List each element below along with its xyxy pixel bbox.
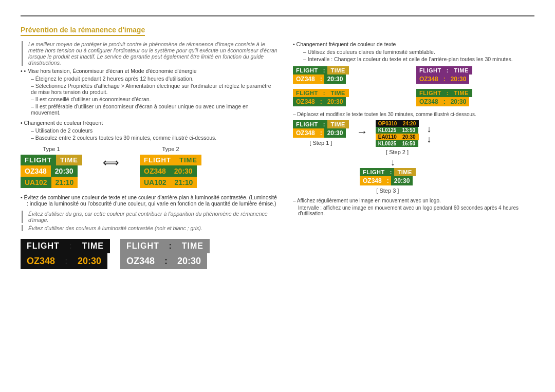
- type2-r1c2: 20:30: [170, 165, 197, 177]
- type2-block: Type 2 FLIGHT TIME OZ348 20:30 UA102 21:: [140, 146, 201, 188]
- sb2-h1: FLIGHT: [416, 66, 445, 74]
- bullet-section-3: • Évitez de combiner une couleur de text…: [21, 194, 278, 207]
- gb-r1c2: 20:30: [171, 253, 207, 269]
- type1-h2: TIME: [56, 155, 82, 165]
- sb3-row1: OZ348 : 20:30: [293, 97, 411, 106]
- step2-r3c2: 20:30: [399, 134, 419, 140]
- sb3-h2: TIME: [327, 89, 349, 97]
- bullet-title-2: • Changement de couleur fréquent: [21, 120, 278, 126]
- arrow-bidirectional: ⟺: [103, 146, 119, 170]
- sb3-r1: OZ348: [293, 97, 318, 106]
- right-bullet-title: • Changement fréquent de couleur de text…: [293, 41, 534, 47]
- type2-h1: FLIGHT: [140, 155, 175, 165]
- step3-r2: 20:30: [391, 176, 413, 185]
- intro-text: Le meilleur moyen de protéger le produit…: [22, 41, 278, 66]
- right-board-2: FLIGHT : TIME OZ348 : 20:30: [416, 66, 534, 84]
- sb2-h2: TIME: [451, 66, 472, 74]
- type2-row2: UA102 21:10: [140, 177, 201, 188]
- type1-row1: OZ348 20:30: [21, 165, 82, 177]
- steps-sequence: FLIGHT : TIME OZ348 : 20:30 [ Step 1 ] →: [293, 120, 534, 155]
- arrow-step1-2: →: [357, 125, 368, 139]
- gray-board-header: FLIGHT : TIME: [120, 239, 210, 253]
- type2-row1: OZ348 20:30: [140, 165, 201, 177]
- step1-block: FLIGHT : TIME OZ348 : 20:30 [ Step 1 ]: [293, 120, 349, 146]
- sb4-colon: :: [445, 89, 451, 97]
- black-board-row1: OZ348 : 20:30: [21, 253, 110, 269]
- step2-row3: EA0110 20:30: [376, 134, 419, 140]
- italic-note-2: Évitez d'utiliser des couleurs à luminos…: [22, 225, 278, 231]
- sb1-row1: OZ348 : 20:30: [293, 74, 411, 84]
- page-container: Prévention de la rémanence d'image Le me…: [0, 0, 555, 279]
- step2-r4c2: 16:50: [399, 140, 418, 147]
- type2-r2c2: 21:10: [171, 177, 197, 188]
- arrow-down-2: ↓: [427, 135, 431, 145]
- sb4-header: FLIGHT : TIME: [416, 89, 534, 97]
- step2-r2c1: KL0125: [376, 127, 399, 134]
- right-sub-1: Utilisez des couleurs claires de luminos…: [293, 49, 534, 55]
- step3-board: FLIGHT : TIME OZ348 : 20:30: [360, 168, 416, 185]
- step1-header: FLIGHT : TIME: [293, 120, 349, 128]
- type2-h2: TIME: [175, 155, 201, 165]
- final-note-2: Intervalle : affichez une image en mouve…: [293, 205, 534, 216]
- step1-r1c: :: [318, 128, 324, 138]
- step1-r2: 20:30: [324, 128, 346, 138]
- step-note: – Déplacez et modifiez le texte toutes l…: [293, 111, 534, 117]
- bb-colon: :: [66, 239, 76, 253]
- right-sub-2: Intervalle : Changez la couleur du texte…: [293, 56, 534, 62]
- step2-r1c2: 24:20: [399, 120, 419, 127]
- sb3-r1c: :: [318, 97, 324, 106]
- type1-r2c1: UA102: [21, 177, 51, 188]
- sb3-h1: FLIGHT: [293, 89, 321, 97]
- sub-1-4: Il est préférable d'utiliser un économis…: [21, 103, 278, 116]
- italic-note-1: Évitez d'utiliser du gris, car cette cou…: [22, 211, 278, 223]
- sub-2-1: Utilisation de 2 couleurs: [21, 127, 278, 134]
- step2-block: OP0310 24:20 KL0125 13:50 EA0110 20:30: [376, 120, 419, 155]
- type2-r2c1: UA102: [140, 177, 171, 188]
- sb2-r1: OZ348: [416, 74, 441, 84]
- double-arrow-down: ↓ ↓: [427, 124, 431, 145]
- final-note: – Affichez régulièrement une image en mo…: [293, 198, 534, 203]
- bb-r1c1: OZ348: [21, 253, 61, 269]
- step2-r1c1: OP0310: [376, 120, 400, 127]
- gb-r1c1: OZ348: [120, 253, 161, 269]
- step2-label: [ Step 2 ]: [386, 149, 409, 155]
- bullet-section-1: • Mise hors tension, Économiseur d'écran…: [21, 68, 278, 116]
- sb2-r1c: :: [441, 74, 448, 84]
- type2-board: FLIGHT TIME OZ348 20:30 UA102 21:10: [140, 155, 201, 188]
- gray-board: FLIGHT : TIME OZ348 : 20:30: [120, 239, 210, 269]
- step2-r4c1: KL0025: [376, 140, 399, 147]
- gb-r1colon: :: [161, 253, 171, 269]
- step3-h1: FLIGHT: [360, 168, 388, 176]
- main-content: Le meilleur moyen de protéger le produit…: [21, 41, 534, 269]
- step2-scroll-board: OP0310 24:20 KL0125 13:50 EA0110 20:30: [376, 120, 419, 147]
- right-column: • Changement fréquent de couleur de text…: [293, 41, 534, 269]
- right-bullet-1: • Changement fréquent de couleur de text…: [293, 41, 534, 62]
- sb4-h1: FLIGHT: [416, 89, 445, 97]
- bullet-title-1: • Mise hors tension, Économiseur d'écran…: [21, 68, 278, 74]
- sb3-r2: 20:30: [324, 97, 346, 106]
- sb2-colon: :: [445, 66, 451, 74]
- type1-r2c2: 21:10: [51, 177, 78, 188]
- step3-header: FLIGHT : TIME: [360, 168, 416, 176]
- gb-colon: :: [165, 239, 176, 253]
- step3-r1c: :: [385, 176, 391, 185]
- step1-label: [ Step 1 ]: [309, 140, 332, 146]
- step3-r1: OZ348: [360, 176, 385, 185]
- sb4-h2: TIME: [451, 89, 472, 97]
- type1-r1c2: 20:30: [51, 165, 78, 177]
- black-board-header: FLIGHT : TIME: [21, 239, 110, 253]
- sub-1-2: Sélectionnez Propriétés d'affichage > Al…: [21, 83, 278, 95]
- type2-label: Type 2: [162, 146, 179, 152]
- bullet-title-3: • Évitez de combiner une couleur de text…: [21, 194, 278, 207]
- sb1-r1c: :: [318, 74, 324, 84]
- bb-r1colon: :: [61, 253, 71, 269]
- sb1: FLIGHT : TIME OZ348 : 20:30: [293, 66, 411, 84]
- sb4: FLIGHT : TIME OZ348 : 20:30: [416, 89, 534, 106]
- right-board-4: FLIGHT : TIME OZ348 : 20:30: [416, 89, 534, 106]
- bottom-boards: FLIGHT : TIME OZ348 : 20:30 FLIGHT :: [21, 239, 278, 269]
- right-boards-grid: FLIGHT : TIME OZ348 : 20:30: [293, 66, 534, 106]
- sub-1-1: Éteignez le produit pendant 2 heures apr…: [21, 76, 278, 82]
- gb-h1: FLIGHT: [120, 239, 165, 253]
- sb1-header: FLIGHT : TIME: [293, 66, 411, 74]
- bb-h2: TIME: [76, 239, 110, 253]
